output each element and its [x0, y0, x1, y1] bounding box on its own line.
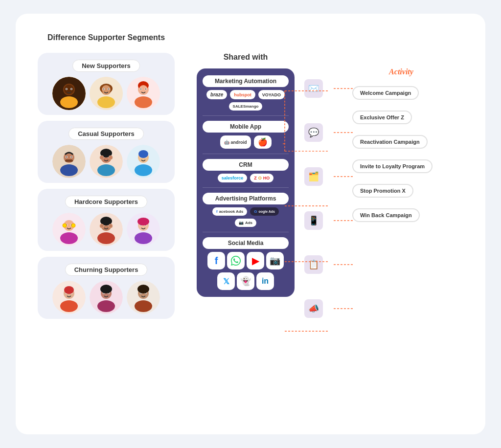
avatar: [90, 281, 123, 314]
svg-point-31: [71, 157, 72, 157]
svg-point-68: [97, 232, 115, 244]
avatars-new: [52, 77, 160, 110]
channel-icon-megaphone: 📣: [304, 299, 323, 318]
logo-salesforce: salesforce: [218, 174, 248, 182]
svg-point-58: [60, 232, 78, 244]
avatar: [90, 145, 123, 178]
svg-point-24: [145, 89, 146, 90]
channel-mobile-app: Mobile App 🤖 android 🍎: [203, 121, 289, 149]
avatar: [127, 77, 160, 110]
svg-point-15: [108, 89, 109, 90]
avatar: [127, 281, 160, 314]
svg-point-59: [63, 224, 67, 227]
avatar: [52, 145, 86, 178]
svg-point-70: [109, 224, 113, 228]
channel-icon-chat: 💬: [304, 123, 323, 142]
avatar: [127, 145, 160, 178]
avatar: [52, 281, 86, 314]
logo-instagram-ads: 📷Ads: [235, 219, 256, 227]
logo-voyado: VOYADO: [258, 90, 285, 99]
channel-label: Mobile App: [203, 121, 289, 133]
logo-apple: 🍎: [254, 135, 272, 149]
channel-logos: facebook Ads Google Ads 📷Ads: [203, 207, 289, 227]
channel-label: Advertising Platforms: [203, 193, 289, 204]
avatars-hardcore: [52, 213, 160, 246]
svg-point-93: [100, 285, 112, 293]
campaign-label: Exclusive Offer Z: [352, 111, 412, 124]
campaign-label: Win Back Campaign: [352, 208, 420, 222]
svg-point-23: [140, 89, 141, 90]
svg-point-16: [97, 96, 115, 108]
channel-label: Social Media: [203, 237, 289, 249]
icon-whatsapp: [227, 252, 245, 269]
avatar: [52, 213, 86, 246]
svg-point-30: [66, 157, 67, 157]
center-card: Marketing Automation braze hubspot VOYAD…: [197, 68, 295, 297]
divider: [203, 187, 289, 188]
social-row-2: 𝕏 👻 in: [217, 272, 274, 290]
channel-crm: CRM salesforce ZOHO: [203, 159, 289, 182]
channel-label: Marketing Automation: [203, 75, 289, 87]
avatar: [127, 213, 160, 246]
svg-rect-33: [65, 159, 73, 162]
logo-hubspot: hubspot: [230, 90, 255, 99]
icon-snapchat: 👻: [237, 272, 254, 290]
avatar: [90, 213, 123, 246]
segment-churning-supporters: Churning Supporters: [38, 257, 175, 319]
logo-zoho: ZOHO: [250, 174, 273, 182]
icon-twitter: 𝕏: [217, 272, 235, 290]
social-row-1: f ▶ 📷: [207, 252, 284, 269]
svg-point-51: [135, 164, 152, 176]
campaign-label: Stop Promotion X: [352, 184, 413, 198]
logo-facebook-ads: facebook Ads: [212, 207, 247, 216]
campaign-welcome: Welcome Campaign: [352, 86, 450, 100]
main-container: Difference Supporter Segments New Suppor…: [16, 14, 485, 434]
avatars-casual: [52, 145, 160, 178]
channel-social-media: Social Media f ▶ 📷 𝕏 👻 in: [203, 237, 289, 290]
segment-label-new: New Supporters: [72, 60, 140, 72]
segment-label-casual: Casual Supporters: [68, 128, 144, 140]
divider: [203, 115, 289, 116]
campaign-reactivation: Reactivation Campaign: [352, 135, 450, 149]
logo-braze: braze: [206, 90, 227, 99]
icon-linkedin: in: [256, 272, 274, 290]
channel-icon-phone: 📱: [304, 211, 323, 230]
logo-google-ads: Google Ads: [250, 207, 279, 216]
svg-point-102: [135, 300, 152, 312]
svg-point-41: [97, 164, 115, 176]
right-title: Activity: [352, 67, 450, 76]
avatar: [90, 77, 123, 110]
divider: [203, 232, 289, 232]
android-icon: 🤖: [224, 140, 229, 145]
svg-point-77: [137, 218, 149, 225]
campaign-label: Reactivation Campaign: [352, 135, 428, 149]
icon-youtube: ▶: [247, 252, 264, 269]
svg-point-7: [71, 89, 72, 90]
divider: [203, 154, 289, 154]
campaign-loyalty: Invite to Loyalty Program: [352, 159, 450, 173]
svg-point-78: [135, 232, 152, 244]
svg-point-25: [135, 96, 152, 108]
segment-label-churning: Churning Supporters: [65, 264, 148, 276]
segment-hardcore-supporters: Hardcore Supporters: [38, 189, 175, 251]
logo-salesmango: SALESmango: [229, 102, 263, 111]
svg-point-14: [103, 89, 104, 90]
svg-point-60: [71, 224, 75, 227]
left-panel: Difference Supporter Segments New Suppor…: [30, 33, 182, 415]
avatar: [52, 77, 86, 110]
logo-android: 🤖 android: [220, 135, 251, 149]
svg-point-2: [60, 96, 78, 108]
channel-icon-folder: 🗂️: [304, 167, 323, 186]
channel-advertising: Advertising Platforms facebook Ads Googl…: [203, 193, 289, 227]
channel-logos: braze hubspot VOYADO SALESmango: [203, 90, 289, 111]
svg-point-42: [100, 156, 104, 159]
center-title: Shared with: [224, 53, 268, 62]
avatars-churning: [52, 281, 160, 314]
segment-label-hardcore: Hardcore Supporters: [65, 196, 147, 208]
svg-point-50: [138, 150, 148, 158]
campaign-win-back: Win Back Campaign: [352, 208, 450, 222]
svg-point-69: [100, 224, 104, 228]
dots-lines-svg: [324, 53, 353, 415]
icons-column: ✉️ 💬 🗂️ 📱 📋 📣: [299, 53, 323, 318]
svg-point-6: [66, 89, 67, 90]
